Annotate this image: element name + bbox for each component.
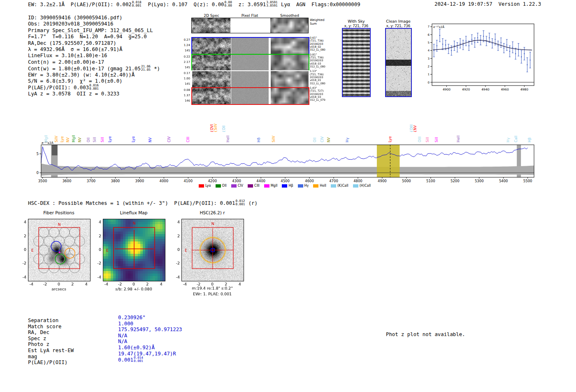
spec2d-row [191, 87, 309, 105]
svg-text:1: 1 [428, 73, 430, 76]
info-line: EWr = 3.80(±2.30) (w: 4.10(±2.40))Å [28, 72, 160, 78]
header-summary: EW: 3.2±2.1Å P(LAE)/P(OII): 0.0020.0180.… [28, 1, 360, 8]
svg-text:5100: 5100 [426, 179, 435, 183]
match-row-value: N/A [118, 333, 182, 339]
clean-xy: x, y: 721, 736 [386, 24, 410, 28]
cutout-y-tick-label: 2 [94, 234, 101, 238]
text-segment: Primary Spec_Slot_IFU_AMP: 312_045_065_L… [28, 28, 153, 33]
svg-text:N: N [133, 221, 136, 225]
cutout-x-tick-label: -2 [117, 282, 123, 286]
text-segment: LineFlux = 3.10(±1.80)e-16 [28, 53, 107, 58]
legend-swatch [353, 184, 358, 188]
text-segment: Cont(w) = 1.80(±0.01)e-17 (gmag 21.05 [28, 66, 141, 72]
uncertainty-low: 0.001 [132, 4, 142, 7]
hsc-sub2: EWr: 1. PLAE: 0.001 [193, 292, 232, 296]
cutout-y-tick-label: 2 [172, 234, 180, 238]
svg-text:4: 4 [428, 49, 430, 52]
axis-value: 0.08 [179, 88, 190, 93]
match-value-text: 1.000 [118, 321, 133, 327]
info-line: LyA z = 3.0578 OII z = 0.3233 [28, 91, 160, 97]
col-title-2dspec: 2D Spec [204, 14, 219, 18]
stacked-uncertainty: 3.05913.0591 [266, 1, 277, 7]
spacer [492, 1, 499, 7]
spec2d-row-annotation: 0.81"(721, 736)20190203v018_03312_LL_080 [310, 53, 336, 68]
cutout-y-tick-label: 0 [19, 247, 26, 252]
svg-text:4800: 4800 [353, 179, 362, 183]
info-line: λ = 4932.96Å σ = 16.60(±7.91)Å [28, 46, 160, 53]
svg-text:E: E [31, 248, 34, 253]
svg-text:3500: 3500 [38, 179, 47, 183]
fiber-xlabel: arcsecs [51, 287, 66, 291]
smoothed-image [271, 38, 309, 54]
spec2d-row-annotation: 1.13"(721, 736)20190203v018_01312_LL_080 [310, 70, 336, 85]
weighted-label-line2: Sum [310, 22, 325, 26]
legend-label: Hγ [304, 184, 309, 188]
svg-text:3700: 3700 [87, 179, 96, 183]
cutout-x-tick-label: 4 [158, 282, 165, 286]
withsky-image [343, 29, 370, 96]
cutout-x-tick-label: 4 [83, 282, 90, 286]
withsky-xy: x, y: 721, 736 [344, 24, 368, 28]
cutout-x-tick-label: -4 [103, 282, 109, 286]
match-row-value: 1.60(±0.92)Å [118, 345, 182, 351]
legend-label: CIV [238, 184, 243, 188]
svg-text:5400: 5400 [499, 179, 508, 183]
uncertainty-low: 0.001 [89, 87, 99, 90]
cutout-y-tick-label: 0 [172, 247, 180, 252]
text-segment: F=1.7" T=0.116 N̅=1.20 A=0.94 g̅=25.0 [28, 34, 147, 39]
legend-item: Lyα [199, 184, 211, 188]
cutout-x-tick-label: -4 [181, 282, 188, 286]
svg-text:2: 2 [428, 65, 430, 68]
cutout-y-tick-label: 4 [19, 220, 26, 224]
legend-item: (K)CaII [331, 184, 348, 188]
info-line: ID: 3090059416 (3090059416.pdf) [28, 15, 160, 21]
legend-swatch [331, 184, 336, 188]
spec2d-row-annotation: 0.61"(721, 736)20190203v018_02312_LL_080 [310, 37, 336, 51]
match-row-value: N/A [118, 339, 182, 345]
match-row-value: 1.000 [118, 321, 182, 327]
text-segment: EW: 3.2±2.1Å P(LAE)/P(OII): 0.002 [28, 2, 132, 7]
spec2d-row-axis-labels: 0.171.00145 [179, 71, 190, 87]
svg-text:7: 7 [428, 25, 430, 28]
cutout-y-tick-label: 4 [172, 220, 180, 224]
info-line: Cont(w) = 1.80(±0.01)e-17 (gmag 21.0521.… [28, 65, 160, 72]
uncertainty-low: 3.0591 [266, 4, 277, 7]
svg-text:4940: 4940 [481, 88, 489, 91]
col-title-pixelflat: Pixel Flat [242, 14, 258, 18]
svg-text:4600: 4600 [305, 179, 314, 183]
svg-text:4900: 4900 [378, 179, 387, 183]
pixel-flat-image [231, 55, 269, 71]
legend-label: CIII [254, 184, 260, 188]
spectrum-legend: LyαOIICIVCIIIMgIIHβHγHeII(K)CaII(H)CaII [35, 184, 534, 188]
match-row-label: Match score [28, 324, 74, 330]
axis-value: 1.00 [179, 76, 190, 81]
text-segment: P(Lyα): 0.107 Q(z): 0.00 [142, 2, 224, 7]
cutout-y-tick-label: 2 [19, 234, 26, 238]
svg-text:4100: 4100 [183, 179, 193, 183]
svg-text:3600: 3600 [63, 179, 72, 183]
annotation-line: 312_LL_079 [310, 99, 336, 102]
stacked-uncertainty: 21.0621.05 [141, 65, 151, 72]
info-line: F=1.7" T=0.116 N̅=1.20 A=0.94 g̅=25.0 [28, 34, 160, 40]
match-row-label: Est LyA rest-EW [28, 348, 74, 354]
stacked-uncertainty: 0.0180.001 [132, 1, 142, 7]
svg-text:4500: 4500 [281, 179, 290, 183]
cutout-x-tick-label: 2 [223, 282, 229, 286]
legend-item: MgII [264, 184, 278, 188]
match-value-text: 19.47(19.47,19.47)R [118, 351, 176, 357]
info-line: Cont(n) = 2.00(±0.00)e-17 [28, 59, 160, 65]
match-row-label: Spec z [28, 336, 74, 342]
annotation-line: 312_LL_080 [310, 49, 336, 51]
axis-value: 145 [179, 81, 190, 87]
annotation-line: 312_LL_080 [310, 65, 336, 68]
legend-label: HeII [320, 184, 326, 188]
uncertainty-low: 0.001 [235, 203, 245, 206]
spec2d-row-axis-labels: 0.081.37146 [179, 88, 190, 104]
legend-label: OII [222, 184, 227, 188]
spec2d-row-axis-labels: 0.271.24145 [179, 37, 190, 53]
legend-swatch [298, 184, 303, 188]
svg-text:4960: 4960 [501, 88, 509, 91]
withsky-title: With Sky [348, 19, 365, 23]
match-row-label: Photo z [28, 341, 74, 348]
legend-label: Hβ [288, 184, 293, 188]
